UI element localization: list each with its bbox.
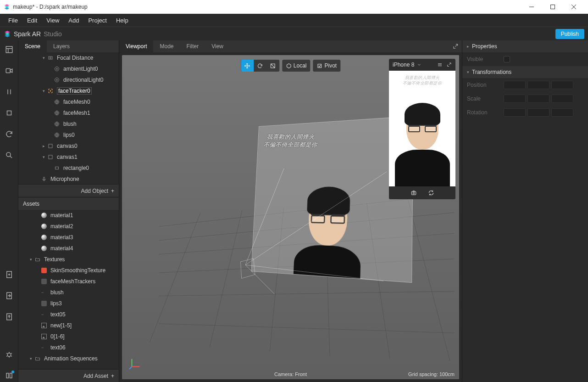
activity-workspace-icon[interactable] [3,43,16,56]
menu-add[interactable]: Add [64,14,83,27]
tree-row[interactable]: ▾Animation Sequences [18,353,119,364]
add-asset-button[interactable]: Add Asset + [18,369,119,382]
activity-stop-icon[interactable] [3,107,16,119]
expand-toggle[interactable]: ▾ [28,257,34,262]
position-x-input[interactable] [504,81,526,89]
tree-row[interactable]: ▸canvas0 [18,140,119,152]
expand-toggle[interactable]: ▸ [40,144,47,148]
menu-help[interactable]: Help [111,14,133,27]
expand-toggle[interactable]: ▾ [40,155,47,159]
properties-header[interactable]: ▸ Properties [462,40,588,52]
expand-toggle[interactable]: ▾ [40,56,47,60]
tool-move-icon[interactable] [241,60,254,72]
popout-icon[interactable] [449,43,462,50]
maximize-button[interactable] [542,0,563,14]
tree-row[interactable]: SkinSmoothingTexture [18,265,119,276]
tool-rotate-icon[interactable] [254,60,266,72]
position-y-input[interactable] [527,81,549,89]
tree-row[interactable]: ···text05 [18,309,119,320]
tab-scene[interactable]: Scene [18,40,47,52]
tree-label: material2 [50,223,73,230]
expand-toggle[interactable]: ▾ [28,356,34,361]
tree-row[interactable]: lips3 [18,298,119,309]
popout-icon[interactable] [446,62,452,67]
menu-project[interactable]: Project [83,14,111,27]
viewport-tab-viewport[interactable]: Viewport [119,40,153,52]
menu-icon[interactable] [437,62,443,67]
tree-row[interactable]: new[1-5] [18,320,119,331]
tree-row[interactable]: rectangle0 [18,163,119,174]
menu-view[interactable]: View [42,14,64,27]
menu-edit[interactable]: Edit [22,14,42,27]
scale-z-input[interactable] [551,95,573,103]
tree-row[interactable]: ▾canvas1 [18,152,119,163]
activity-library-icon[interactable] [3,369,16,382]
tool-pivot-button[interactable]: Pivot [313,60,341,72]
visible-checkbox[interactable] [504,56,510,62]
tree-row[interactable]: material4 [18,243,119,254]
expand-toggle[interactable]: ▾ [40,89,47,93]
tree-row[interactable]: Microphone [18,174,119,184]
tree-row[interactable]: ▾faceTracker0 [18,85,119,96]
activity-search-icon[interactable] [3,149,16,162]
img-icon [40,334,48,339]
assets-tree[interactable]: material1material2material3material4▾Tex… [18,210,119,369]
tree-row[interactable]: faceMesh1 [18,107,119,118]
tree-row[interactable]: ambientLight0 [18,63,119,74]
minimize-button[interactable] [521,0,542,14]
activity-refresh-icon[interactable] [3,128,16,140]
activity-add-file-icon[interactable] [3,268,16,281]
activity-upload-icon[interactable] [3,310,16,323]
position-z-input[interactable] [551,81,573,89]
viewport-3d[interactable]: 我喜歡的人間煙火 不偏不倚全部都是你 Local Pivot [122,55,459,379]
activity-video-icon[interactable] [3,64,16,77]
tree-label: text06 [50,344,66,351]
tree-row[interactable]: material2 [18,221,119,232]
add-object-button[interactable]: Add Object + [18,184,119,197]
menu-file[interactable]: File [4,14,22,27]
tree-row[interactable]: faceMeshTrackers [18,276,119,287]
tree-row[interactable]: ▾Textures [18,254,119,265]
rotation-y-input[interactable] [527,108,549,117]
tree-row[interactable]: faceMesh0 [18,96,119,107]
rotation-z-input[interactable] [551,108,573,117]
scale-y-input[interactable] [527,95,549,103]
tree-row[interactable]: material3 [18,232,119,243]
tree-label: ambientLight0 [63,66,98,72]
viewport-tab-mode[interactable]: Mode [153,40,180,52]
svg-rect-1 [6,46,12,53]
tree-row[interactable]: ···blush [18,287,119,298]
svg-point-37 [413,192,415,194]
light-icon [53,66,61,72]
tool-local-button[interactable]: Local [282,60,311,72]
tree-row[interactable]: ▾Focal Distance [18,52,119,63]
viewport-tab-filter[interactable]: Filter [180,40,205,52]
tree-row[interactable]: blush [18,118,119,129]
activity-bug-icon[interactable] [3,348,16,361]
tool-scale-icon[interactable] [266,60,279,72]
scale-x-input[interactable] [504,95,526,103]
tab-layers[interactable]: Layers [47,40,76,52]
brand-logo: Spark AR Studio [4,30,62,38]
rotate-camera-icon[interactable] [428,190,434,196]
tree-row[interactable]: ···text06 [18,342,119,353]
mesh-icon [53,110,61,116]
tree-row[interactable]: 0[1-6] [18,331,119,342]
activity-pause-icon[interactable] [3,85,16,98]
menu-bar: File Edit View Add Project Help [0,14,588,27]
txt-icon: ··· [40,345,48,350]
close-button[interactable] [563,0,584,14]
transformations-header[interactable]: ▾ Transformations [462,66,588,78]
rotation-x-input[interactable] [504,108,526,117]
scene-tree[interactable]: ▾Focal DistanceambientLight0directionalL… [18,52,119,184]
publish-button[interactable]: Publish [555,29,584,39]
svg-point-10 [50,57,51,59]
capture-icon[interactable] [410,190,417,196]
viewport-tab-view[interactable]: View [205,40,230,52]
activity-export-icon[interactable] [3,289,16,302]
svg-point-12 [55,78,59,82]
device-selector[interactable]: iPhone 8 [393,62,422,68]
tree-row[interactable]: directionalLight0 [18,74,119,85]
tree-row[interactable]: lips0 [18,129,119,140]
tree-row[interactable]: material1 [18,210,119,221]
